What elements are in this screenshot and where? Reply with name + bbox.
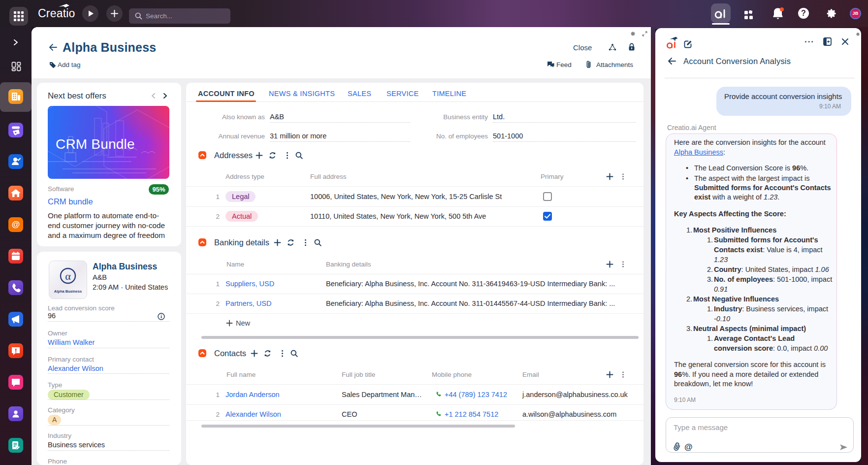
- svg-text:α: α: [65, 270, 71, 282]
- svg-text:Alpha Business: Alpha Business: [54, 289, 82, 294]
